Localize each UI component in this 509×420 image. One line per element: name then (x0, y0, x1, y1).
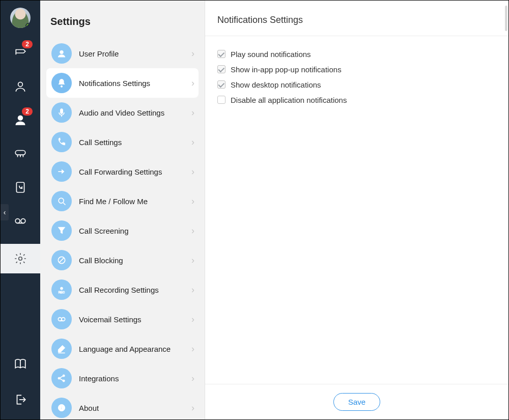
settings-item-user-profile[interactable]: User Profile› (46, 39, 199, 68)
settings-item-call-settings[interactable]: Call Settings› (46, 127, 199, 157)
nav-settings[interactable] (1, 244, 40, 273)
chevron-right-icon: › (191, 373, 194, 384)
chevron-right-icon: › (191, 314, 194, 325)
book-icon (14, 357, 27, 371)
brush-icon (51, 339, 72, 359)
svg-text:i: i (61, 405, 63, 410)
svg-line-19 (60, 258, 64, 262)
save-button[interactable]: Save (333, 393, 380, 411)
svg-point-20 (61, 287, 63, 290)
chevron-left-icon: ‹ (4, 208, 6, 216)
phone-book-icon (14, 181, 27, 194)
nav-contacts[interactable]: 2 (5, 109, 36, 131)
forward-arrow-icon (51, 161, 72, 182)
settings-item-call-recording-settings[interactable]: RECCall Recording Settings› (46, 275, 199, 304)
chevron-right-icon: › (191, 196, 194, 207)
settings-item-label: Call Screening (79, 227, 129, 235)
settings-item-voicemail-settings[interactable]: Voicemail Settings› (46, 304, 199, 334)
checkbox-1[interactable] (217, 65, 225, 73)
settings-item-notifications-settings[interactable]: Notifications Settings› (46, 68, 199, 98)
share-icon (51, 368, 72, 388)
rail-collapse-handle[interactable]: ‹ (1, 204, 9, 220)
settings-item-about[interactable]: iAbout› (46, 393, 199, 419)
settings-item-language-and-appearance[interactable]: Language and Appearance› (46, 334, 199, 363)
settings-item-label: Integrations (79, 374, 119, 383)
record-icon: REC (51, 279, 72, 300)
settings-item-call-screening[interactable]: Call Screening› (46, 216, 199, 245)
svg-line-29 (60, 376, 63, 378)
settings-item-label: Call Recording Settings (79, 286, 159, 294)
person-icon (14, 80, 27, 93)
svg-point-22 (58, 318, 62, 321)
svg-point-7 (15, 219, 20, 223)
settings-list: User Profile›Notifications Settings›Audi… (40, 39, 205, 419)
app-root: 2 2 ‹ (0, 0, 509, 420)
settings-item-label: Find Me / Follow Me (79, 197, 148, 206)
checkbox-2[interactable] (217, 80, 225, 89)
content-body: Play sound notificationsShow in-app pop-… (205, 36, 508, 384)
svg-point-0 (18, 82, 23, 87)
voicemail-icon (14, 214, 27, 228)
logout-icon (14, 393, 27, 406)
nav-docs[interactable] (5, 353, 36, 375)
settings-item-audio-and-video-settings[interactable]: Audio and Video Settings› (46, 98, 199, 127)
settings-item-label: About (79, 404, 99, 412)
nav-rail: 2 2 ‹ (1, 1, 40, 419)
phone-icon (51, 132, 72, 152)
chevron-right-icon: › (191, 78, 194, 89)
option-label: Show in-app pop-up notifications (231, 65, 342, 74)
settings-item-label: Audio and Video Settings (79, 108, 164, 117)
chevron-right-icon: › (191, 226, 194, 236)
content-scrollbar[interactable] (505, 6, 507, 31)
presence-indicator (25, 23, 31, 28)
user-icon (51, 43, 72, 64)
nav-call-history[interactable] (5, 177, 36, 198)
svg-text:REC: REC (59, 291, 65, 294)
content-title: Notifications Settings (205, 1, 508, 36)
nav-chat[interactable]: 2 (5, 42, 36, 64)
nav-logout[interactable] (5, 389, 36, 410)
svg-rect-6 (16, 182, 24, 192)
gear-icon (14, 252, 27, 265)
svg-line-17 (63, 203, 65, 205)
avatar-button[interactable] (5, 6, 36, 30)
option-row: Show desktop notifications (217, 77, 496, 92)
settings-item-integrations[interactable]: Integrations› (46, 363, 199, 393)
checkbox-0[interactable] (217, 50, 225, 58)
svg-point-16 (59, 198, 64, 203)
contacts-badge: 2 (22, 107, 33, 116)
settings-item-find-me-follow-me[interactable]: Find Me / Follow Me› (46, 186, 199, 216)
option-row: Disable all application notifications (217, 92, 496, 107)
nav-dialer[interactable] (5, 143, 36, 164)
svg-line-30 (60, 379, 63, 380)
funnel-icon (51, 220, 72, 241)
settings-item-label: Voicemail Settings (79, 315, 142, 324)
settings-item-label: Call Settings (79, 138, 122, 147)
svg-point-23 (62, 318, 65, 321)
content-panel: Notifications Settings Play sound notifi… (205, 1, 508, 419)
svg-point-12 (60, 50, 64, 54)
svg-point-8 (21, 219, 25, 223)
chevron-right-icon: › (191, 107, 194, 118)
option-row: Show in-app pop-up notifications (217, 62, 496, 77)
option-label: Play sound notifications (231, 50, 311, 59)
user-avatar (10, 8, 31, 28)
info-icon: i (51, 398, 72, 418)
checkbox-3[interactable] (217, 96, 225, 104)
settings-item-call-forwarding-settings[interactable]: Call Forwarding Settings› (46, 157, 199, 186)
chevron-right-icon: › (191, 403, 194, 413)
settings-item-label: Notifications Settings (79, 79, 150, 88)
nav-voicemail[interactable] (5, 210, 36, 232)
svg-point-13 (61, 86, 62, 87)
option-label: Disable all application notifications (231, 96, 347, 104)
settings-item-call-blocking[interactable]: Call Blocking› (46, 245, 199, 275)
microphone-icon (51, 102, 72, 123)
settings-item-label: Language and Appearance (79, 345, 171, 353)
settings-item-label: User Profile (79, 49, 119, 58)
chevron-right-icon: › (191, 137, 194, 148)
dialpad-icon (14, 147, 27, 160)
option-row: Play sound notifications (217, 46, 496, 62)
settings-item-label: Call Blocking (79, 256, 123, 265)
nav-profile[interactable] (5, 76, 36, 97)
settings-item-label: Call Forwarding Settings (79, 167, 162, 176)
